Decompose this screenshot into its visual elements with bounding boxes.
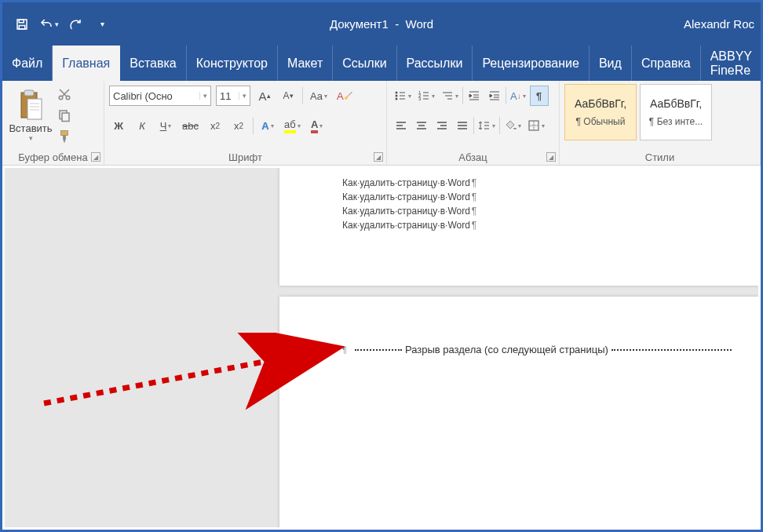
- group-styles: АаБбВвГг, ¶ Обычный АаБбВвГг, ¶ Без инте…: [560, 81, 761, 165]
- tab-references[interactable]: Ссылки: [333, 46, 396, 81]
- clear-format-button[interactable]: A🧹: [334, 86, 355, 106]
- title-bar: ▾ ▾ Документ1 - Word Alexandr Roc: [2, 2, 761, 46]
- group-paragraph: 123 A↓ ¶ Абзац ◢: [387, 81, 560, 165]
- window-title: Документ1 - Word: [330, 17, 433, 31]
- font-color-button[interactable]: A: [308, 115, 327, 136]
- paste-button[interactable]: Вставить ▾: [7, 84, 54, 147]
- ribbon-tabs: Файл Главная Вставка Конструктор Макет С…: [2, 46, 761, 81]
- style-no-spacing[interactable]: АаБбВвГг, ¶ Без инте...: [640, 84, 712, 140]
- redo-button[interactable]: [62, 11, 89, 38]
- font-family-combo[interactable]: Calibri (Осно▾: [109, 86, 211, 106]
- format-painter-button[interactable]: [57, 129, 71, 146]
- group-font: Calibri (Осно▾ 11▾ A▴ A▾ Aa A🧹 Ж К Ч abc…: [104, 81, 387, 165]
- align-right-button[interactable]: [433, 115, 451, 136]
- pilcrow-button[interactable]: ¶: [530, 86, 549, 106]
- svg-point-13: [396, 92, 398, 94]
- superscript-button[interactable]: x2: [229, 115, 248, 136]
- svg-rect-4: [24, 90, 34, 96]
- tab-help[interactable]: Справка: [632, 46, 701, 81]
- tab-review[interactable]: Рецензирование: [473, 46, 590, 81]
- indent-increase-button[interactable]: [485, 86, 504, 106]
- tab-file[interactable]: Файл: [2, 46, 53, 81]
- underline-button[interactable]: Ч: [156, 115, 175, 136]
- font-label: Шрифт: [104, 151, 386, 163]
- doc-text-line[interactable]: Как·удалить·страницу·в·Word: [342, 176, 695, 190]
- ribbon: Вставить ▾ Буфер обмена ◢ Calibri (Осно▾…: [2, 81, 761, 166]
- shading-button[interactable]: [502, 115, 524, 136]
- svg-rect-5: [27, 99, 42, 119]
- svg-rect-11: [62, 113, 69, 122]
- group-clipboard: Вставить ▾ Буфер обмена ◢: [2, 81, 104, 165]
- section-break-marker[interactable]: Разрыв раздела (со следующей страницы): [342, 344, 735, 355]
- svg-rect-1: [19, 20, 24, 23]
- save-button[interactable]: [9, 11, 35, 38]
- svg-point-15: [396, 95, 398, 97]
- align-justify-button[interactable]: [453, 115, 472, 136]
- svg-rect-2: [19, 25, 25, 29]
- tab-design[interactable]: Конструктор: [187, 46, 278, 81]
- subscript-button[interactable]: x2: [206, 115, 225, 136]
- doc-text-line[interactable]: Как·удалить·страницу·в·Word: [342, 190, 695, 204]
- document-area[interactable]: Как·удалить·страницу·в·Word Как·удалить·…: [5, 168, 758, 527]
- styles-label: Стили: [560, 151, 760, 163]
- user-name: Alexandr Roc: [684, 17, 754, 31]
- svg-text:3: 3: [418, 97, 422, 101]
- cut-button[interactable]: [57, 87, 71, 104]
- numbering-button[interactable]: 123: [415, 86, 437, 106]
- tab-home[interactable]: Главная: [53, 46, 120, 81]
- quick-access-toolbar: ▾ ▾: [9, 11, 115, 38]
- change-case-button[interactable]: Aa: [308, 86, 330, 106]
- page-2[interactable]: Разрыв раздела (со следующей страницы): [279, 297, 758, 527]
- clipboard-label: Буфер обмена: [2, 151, 104, 163]
- tab-layout[interactable]: Макет: [278, 46, 333, 81]
- text-effects-button[interactable]: A: [258, 115, 277, 136]
- qat-customize[interactable]: ▾: [89, 11, 115, 38]
- tab-abbyy[interactable]: ABBYY FineRe: [701, 46, 762, 81]
- copy-button[interactable]: [57, 108, 71, 125]
- shrink-font-button[interactable]: A▾: [279, 86, 298, 106]
- sort-button[interactable]: A↓: [508, 86, 528, 106]
- highlight-button[interactable]: aб: [282, 115, 303, 136]
- align-left-button[interactable]: [392, 115, 411, 136]
- svg-point-17: [396, 98, 398, 100]
- bold-button[interactable]: Ж: [109, 115, 128, 136]
- tab-mailings[interactable]: Рассылки: [397, 46, 473, 81]
- tab-view[interactable]: Вид: [590, 46, 632, 81]
- italic-button[interactable]: К: [133, 115, 152, 136]
- align-center-button[interactable]: [412, 115, 431, 136]
- doc-text-line[interactable]: Как·удалить·страницу·в·Word: [342, 204, 695, 218]
- indent-decrease-button[interactable]: [465, 86, 484, 106]
- style-normal[interactable]: АаБбВвГг, ¶ Обычный: [564, 84, 637, 140]
- font-size-combo[interactable]: 11▾: [216, 86, 250, 106]
- page-1[interactable]: Как·удалить·страницу·в·Word Как·удалить·…: [279, 168, 758, 286]
- multilevel-button[interactable]: [439, 86, 461, 106]
- grow-font-button[interactable]: A▴: [255, 86, 274, 106]
- bullets-button[interactable]: [392, 86, 414, 106]
- font-dialog-launcher[interactable]: ◢: [374, 152, 383, 162]
- doc-text-line[interactable]: Как·удалить·страницу·в·Word: [342, 218, 695, 232]
- clipboard-dialog-launcher[interactable]: ◢: [91, 152, 100, 162]
- svg-rect-12: [61, 131, 68, 136]
- tab-insert[interactable]: Вставка: [120, 46, 186, 81]
- undo-button[interactable]: ▾: [35, 11, 62, 38]
- paragraph-label: Абзац: [387, 151, 559, 163]
- paragraph-dialog-launcher[interactable]: ◢: [546, 152, 556, 162]
- line-spacing-button[interactable]: [476, 115, 498, 136]
- strike-button[interactable]: abc: [180, 115, 201, 136]
- borders-button[interactable]: [525, 115, 547, 136]
